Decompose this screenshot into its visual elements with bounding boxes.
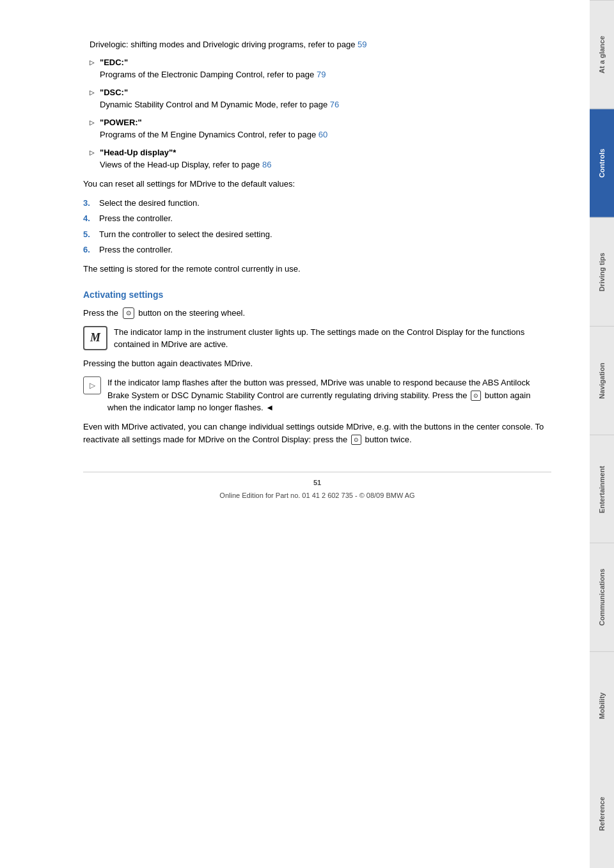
sidebar-label-entertainment: Entertainment	[598, 465, 606, 513]
step-3-text: Select the desired function.	[99, 197, 551, 210]
edc-page-link[interactable]: 79	[317, 70, 326, 79]
setting-stored-text: The setting is stored for the remote con…	[83, 264, 301, 274]
footer-text: Online Edition for Part no. 01 41 2 602 …	[83, 490, 551, 501]
bullet-text-power: "POWER:" Programs of the M Engine Dynami…	[100, 116, 551, 141]
m-note-box: M The indicator lamp in the instrument c…	[83, 326, 551, 351]
bullet-text-edc: "EDC:" Programs of the Electronic Dampin…	[100, 56, 551, 81]
headup-text: Views of the Head-up Display, refer to p…	[100, 160, 260, 169]
sidebar-tab-navigation[interactable]: Navigation	[590, 326, 614, 435]
edc-label: "EDC:"	[100, 58, 128, 67]
step-6: 6. Press the controller.	[83, 244, 551, 256]
dsc-label: "DSC:"	[100, 88, 128, 97]
section-heading-text: Activating settings	[83, 290, 163, 300]
even-with-text: Even with MDrive activated, you can chan…	[83, 422, 544, 444]
power-label: "POWER:"	[100, 118, 142, 127]
step-5-text: Turn the controller to select the desire…	[99, 228, 551, 241]
sidebar-label-mobility: Mobility	[598, 693, 606, 720]
deactivate-text: Pressing the button again deactivates MD…	[83, 359, 253, 368]
step-5: 5. Turn the controller to select the des…	[83, 228, 551, 241]
bullet-edc: ▷ "EDC:" Programs of the Electronic Damp…	[83, 56, 551, 81]
press-button-text: Press the	[83, 308, 118, 318]
page-footer: 51 Online Edition for Part no. 01 41 2 6…	[83, 472, 551, 501]
sidebar-tab-driving-tips[interactable]: Driving tips	[590, 217, 614, 326]
steering-wheel-icon-3: ⊙	[351, 435, 361, 445]
reset-note-text: You can reset all settings for MDrive to…	[83, 179, 295, 189]
bullet-text-headup: "Head-Up display"* Views of the Head-up …	[100, 146, 551, 171]
dsc-page-link[interactable]: 76	[330, 100, 339, 109]
sidebar-label-at-a-glance: At a glance	[598, 36, 606, 74]
deactivate-para: Pressing the button again deactivates MD…	[83, 357, 551, 370]
bullet-headup: ▷ "Head-Up display"* Views of the Head-u…	[83, 146, 551, 171]
bullet-text-dsc: "DSC:" Dynamic Stability Control and M D…	[100, 86, 551, 111]
step-3: 3. Select the desired function.	[83, 197, 551, 210]
m-icon: M	[83, 326, 107, 350]
step-4-text: Press the controller.	[99, 212, 551, 225]
sidebar-tab-entertainment[interactable]: Entertainment	[590, 435, 614, 543]
bullet-arrow-power: ▷	[90, 118, 95, 141]
power-page-link[interactable]: 60	[319, 130, 327, 139]
step-4-num: 4.	[83, 212, 99, 225]
power-text: Programs of the M Engine Dynamics Contro…	[100, 130, 316, 139]
bullet-power: ▷ "POWER:" Programs of the M Engine Dyna…	[83, 116, 551, 141]
drivelogic-text: Drivelogic: shifting modes and Drivelogi…	[90, 40, 355, 49]
sidebar-label-controls: Controls	[598, 149, 606, 178]
sidebar-label-navigation: Navigation	[598, 362, 606, 398]
sidebar-tab-controls[interactable]: Controls	[590, 109, 614, 217]
warning-text: If the indicator lamp flashes after the …	[107, 378, 530, 400]
drivelogic-intro: Drivelogic: shifting modes and Drivelogi…	[83, 38, 551, 51]
press-button-para: Press the ⊙ button on the steering wheel…	[83, 307, 551, 320]
warning-note-text: If the indicator lamp flashes after the …	[107, 376, 551, 414]
sidebar-label-communications: Communications	[598, 569, 606, 626]
edc-text: Programs of the Electronic Damping Contr…	[100, 70, 314, 79]
m-note-text: The indicator lamp in the instrument clu…	[114, 326, 551, 351]
sidebar-label-driving-tips: Driving tips	[598, 252, 606, 291]
sidebar-tab-at-a-glance[interactable]: At a glance	[590, 0, 614, 109]
setting-stored: The setting is stored for the remote con…	[83, 263, 551, 275]
steering-wheel-icon: ⊙	[123, 307, 134, 319]
activating-settings-heading: Activating settings	[83, 288, 551, 302]
headup-label: "Head-Up display"*	[100, 148, 176, 157]
bullet-dsc: ▷ "DSC:" Dynamic Stability Control and M…	[83, 86, 551, 111]
dsc-text: Dynamic Stability Control and M Dynamic …	[100, 100, 327, 109]
bullet-arrow-headup: ▷	[90, 148, 95, 171]
drivelogic-page-link[interactable]: 59	[358, 40, 366, 49]
warning-arrow-icon: ▷	[83, 376, 101, 394]
step-5-num: 5.	[83, 228, 99, 241]
bullet-arrow-dsc: ▷	[90, 88, 95, 111]
content-body: Drivelogic: shifting modes and Drivelogi…	[83, 38, 551, 501]
steering-wheel-icon-2: ⊙	[471, 391, 481, 401]
sidebar-tab-mobility[interactable]: Mobility	[590, 651, 614, 760]
even-with-para: Even with MDrive activated, you can chan…	[83, 421, 551, 446]
page-number: 51	[83, 477, 551, 488]
step-6-num: 6.	[83, 244, 99, 256]
step-3-num: 3.	[83, 197, 99, 210]
sidebar-tab-communications[interactable]: Communications	[590, 543, 614, 651]
main-content: Drivelogic: shifting modes and Drivelogi…	[0, 0, 590, 868]
step-4: 4. Press the controller.	[83, 212, 551, 225]
step-6-text: Press the controller.	[99, 244, 551, 256]
numbered-steps: 3. Select the desired function. 4. Press…	[83, 197, 551, 256]
reset-note: You can reset all settings for MDrive to…	[83, 178, 551, 190]
sidebar: At a glance Controls Driving tips Naviga…	[590, 0, 614, 868]
press-button-text2: button on the steering wheel.	[138, 308, 245, 318]
sidebar-tab-reference[interactable]: Reference	[590, 760, 614, 868]
even-with-text2: button twice.	[365, 435, 412, 444]
warning-note-box: ▷ If the indicator lamp flashes after th…	[83, 376, 551, 414]
sidebar-label-reference: Reference	[598, 797, 606, 831]
headup-page-link[interactable]: 86	[262, 160, 271, 169]
warning-symbol: ◄	[265, 403, 274, 412]
bullet-arrow-edc: ▷	[90, 58, 95, 81]
